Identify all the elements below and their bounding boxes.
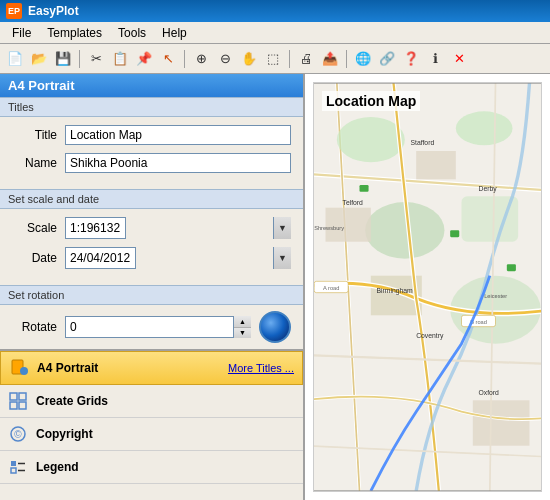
close-button[interactable]: ✕: [448, 48, 470, 70]
new-button[interactable]: 📄: [4, 48, 26, 70]
rotate-wrapper: ▲ ▼: [65, 316, 251, 338]
svg-point-1: [20, 367, 28, 375]
svg-rect-25: [473, 400, 530, 445]
svg-text:©: ©: [14, 429, 22, 440]
svg-point-18: [456, 111, 513, 145]
svg-text:Coventry: Coventry: [416, 332, 444, 340]
svg-rect-2: [10, 393, 17, 400]
copy-button[interactable]: 📋: [109, 48, 131, 70]
title-bar: EP EasyPlot: [0, 0, 550, 22]
paste-button[interactable]: 📌: [133, 48, 155, 70]
a4-portrait-label: A4 Portrait: [37, 361, 228, 375]
cursor-button[interactable]: ↖: [157, 48, 179, 70]
svg-rect-10: [11, 468, 16, 473]
pan-button[interactable]: ✋: [238, 48, 260, 70]
print-button[interactable]: 🖨: [295, 48, 317, 70]
svg-rect-3: [19, 393, 26, 400]
copyright-label: Copyright: [36, 427, 295, 441]
date-arrow-icon: ▼: [273, 247, 291, 269]
separator-1: [79, 50, 80, 68]
date-row: Date 24/04/2012 ▼: [12, 247, 291, 269]
title-label: Title: [12, 128, 57, 142]
menu-help[interactable]: Help: [154, 24, 195, 42]
svg-text:Shrewsbury: Shrewsbury: [314, 225, 344, 231]
legend-icon: [8, 457, 28, 477]
map-svg: A road B road Telford Stafford Derby Bir…: [314, 83, 541, 491]
menu-tools[interactable]: Tools: [110, 24, 154, 42]
main-layout: A4 Portrait Titles Title Name Set scale …: [0, 74, 550, 500]
app-title: EasyPlot: [28, 4, 79, 18]
export-button[interactable]: 📤: [319, 48, 341, 70]
svg-rect-8: [11, 461, 16, 466]
rotate-label: Rotate: [12, 320, 57, 334]
more-titles-link[interactable]: More Titles ...: [228, 362, 294, 374]
spin-buttons: ▲ ▼: [233, 316, 251, 338]
rotation-form: Rotate ▲ ▼: [0, 305, 303, 349]
date-select[interactable]: 24/04/2012: [65, 247, 136, 269]
menu-templates[interactable]: Templates: [39, 24, 110, 42]
a4-portrait-icon: [9, 358, 29, 378]
help-button[interactable]: ❓: [400, 48, 422, 70]
spin-up-button[interactable]: ▲: [234, 316, 251, 328]
list-item-create-grids[interactable]: Create Grids: [0, 385, 303, 418]
name-row: Name: [12, 153, 291, 173]
rotate-input[interactable]: [65, 316, 251, 338]
svg-rect-4: [10, 402, 17, 409]
toolbar: 📄 📂 💾 ✂ 📋 📌 ↖ ⊕ ⊖ ✋ ⬚ 🖨 📤 🌐 🔗 ❓ ℹ ✕: [0, 44, 550, 74]
info-button[interactable]: ℹ: [424, 48, 446, 70]
map-frame: Location Map: [313, 82, 542, 492]
menu-bar: File Templates Tools Help: [0, 22, 550, 44]
scale-select[interactable]: 1:196132: [65, 217, 126, 239]
left-panel: A4 Portrait Titles Title Name Set scale …: [0, 74, 305, 500]
copyright-icon: ©: [8, 424, 28, 444]
date-wrapper: 24/04/2012 ▼: [65, 247, 291, 269]
panel-title: A4 Portrait: [8, 78, 74, 93]
scale-wrapper: 1:196132 ▼: [65, 217, 291, 239]
save-button[interactable]: 💾: [52, 48, 74, 70]
name-input[interactable]: [65, 153, 291, 173]
svg-text:Stafford: Stafford: [411, 139, 435, 146]
svg-rect-23: [416, 151, 456, 179]
svg-rect-33: [360, 185, 369, 192]
titles-form: Title Name: [0, 117, 303, 189]
name-label: Name: [12, 156, 57, 170]
menu-file[interactable]: File: [4, 24, 39, 42]
map-title: Location Map: [322, 91, 420, 111]
svg-text:Leicester: Leicester: [484, 293, 507, 299]
network-button[interactable]: 🔗: [376, 48, 398, 70]
svg-text:Birmingham: Birmingham: [377, 287, 414, 295]
globe-button[interactable]: 🌐: [352, 48, 374, 70]
cut-button[interactable]: ✂: [85, 48, 107, 70]
scale-arrow-icon: ▼: [273, 217, 291, 239]
list-item-copyright[interactable]: © Copyright: [0, 418, 303, 451]
globe-icon: [259, 311, 291, 343]
svg-rect-5: [19, 402, 26, 409]
right-panel: Location Map: [305, 74, 550, 500]
svg-rect-35: [507, 264, 516, 271]
separator-4: [346, 50, 347, 68]
create-grids-label: Create Grids: [36, 394, 295, 408]
separator-3: [289, 50, 290, 68]
select-button[interactable]: ⬚: [262, 48, 284, 70]
date-label: Date: [12, 251, 57, 265]
legend-label: Legend: [36, 460, 295, 474]
scale-label: Scale: [12, 221, 57, 235]
title-row: Title: [12, 125, 291, 145]
scale-date-form: Scale 1:196132 ▼ Date 24/04/2012 ▼: [0, 209, 303, 285]
titles-section-label: Titles: [0, 97, 303, 117]
panel-header: A4 Portrait: [0, 74, 303, 97]
svg-rect-34: [450, 230, 459, 237]
svg-text:Oxford: Oxford: [479, 389, 500, 396]
zoom-in-button[interactable]: ⊕: [190, 48, 212, 70]
svg-text:Telford: Telford: [343, 199, 364, 206]
title-input[interactable]: [65, 125, 291, 145]
list-item-a4-portrait[interactable]: A4 Portrait More Titles ...: [0, 351, 303, 385]
scale-date-section-label: Set scale and date: [0, 189, 303, 209]
rotation-section-label: Set rotation: [0, 285, 303, 305]
list-item-legend[interactable]: Legend: [0, 451, 303, 484]
create-grids-icon: [8, 391, 28, 411]
svg-point-17: [337, 117, 405, 162]
spin-down-button[interactable]: ▼: [234, 328, 251, 339]
open-button[interactable]: 📂: [28, 48, 50, 70]
zoom-out-button[interactable]: ⊖: [214, 48, 236, 70]
